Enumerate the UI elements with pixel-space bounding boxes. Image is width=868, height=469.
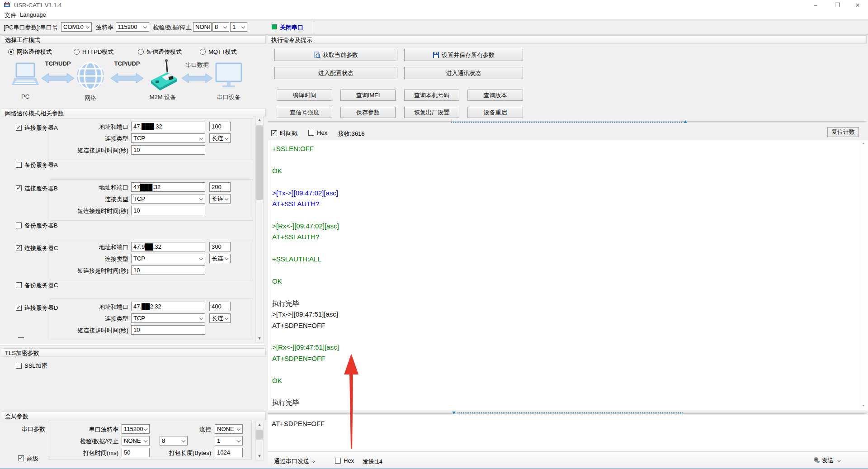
- server-port-input[interactable]: 200: [209, 182, 231, 192]
- keep-alive-select[interactable]: 长连: [209, 254, 231, 263]
- pack-len-input[interactable]: 1024: [215, 448, 243, 457]
- conn-type-select[interactable]: TCP: [131, 313, 205, 323]
- splitter-collapse-icon[interactable]: [684, 120, 687, 123]
- advanced-checkbox[interactable]: 高级: [18, 455, 38, 463]
- scroll-down-icon[interactable]: ▼: [256, 335, 263, 342]
- node-label-m2m: M2M 设备: [146, 93, 180, 101]
- menu-language[interactable]: Language: [20, 11, 46, 18]
- global-scrollbar[interactable]: ▲ ▼: [255, 421, 264, 460]
- parity-select[interactable]: NONI: [193, 22, 212, 32]
- checkbox-icon[interactable]: [16, 245, 22, 251]
- checkbox-icon[interactable]: [16, 162, 22, 168]
- scroll-down-icon[interactable]: ▼: [256, 452, 263, 460]
- keep-alive-select[interactable]: 长连: [209, 133, 231, 143]
- flow-label: 流控: [179, 426, 211, 434]
- menu-file[interactable]: 文件: [5, 11, 16, 19]
- backup-server-checkbox[interactable]: 备份服务器B: [16, 222, 58, 230]
- scroll-down-icon[interactable]: ⌄: [860, 401, 867, 409]
- scroll-up-icon[interactable]: ⌃: [860, 141, 867, 149]
- cmd-button-1[interactable]: 获取当前参数: [274, 49, 397, 61]
- reset-count-button[interactable]: 复位计数: [827, 127, 859, 137]
- scroll-thumb[interactable]: [256, 430, 263, 440]
- conn-type-select[interactable]: TCP: [131, 133, 205, 143]
- checkbox-icon[interactable]: [271, 130, 277, 136]
- checkbox-icon[interactable]: [308, 130, 314, 136]
- timeout-input[interactable]: 10: [131, 206, 205, 215]
- minimize-button[interactable]: –: [805, 0, 826, 10]
- mode-radio-4[interactable]: MQTT模式: [200, 48, 237, 56]
- scroll-thumb[interactable]: [256, 125, 263, 200]
- checkbox-icon[interactable]: [335, 458, 341, 464]
- checkbox-icon[interactable]: [16, 305, 22, 311]
- server-address-input[interactable]: 47.███.32: [131, 122, 205, 131]
- query-button-6[interactable]: 保存参数: [340, 107, 396, 118]
- conn-type-select[interactable]: TCP: [131, 254, 205, 263]
- log-scrollbar[interactable]: ⌃ ⌄: [860, 140, 868, 410]
- global-parity-select[interactable]: NONE: [122, 436, 150, 445]
- radio-icon[interactable]: [8, 49, 14, 55]
- server-address-input[interactable]: 47.9██.32: [131, 242, 205, 251]
- scroll-up-icon[interactable]: ▲: [256, 116, 263, 124]
- query-button-2[interactable]: 查询IMEI: [340, 90, 396, 101]
- stopbits-select[interactable]: 1: [230, 22, 247, 32]
- send-button[interactable]: 发送: [813, 456, 840, 464]
- baud-select[interactable]: 115200: [116, 22, 149, 32]
- checkbox-icon[interactable]: [16, 185, 22, 191]
- splitter-dots[interactable]: [451, 122, 682, 123]
- com-port-select[interactable]: COM10: [61, 22, 92, 32]
- scroll-up-icon[interactable]: ▲: [256, 421, 263, 429]
- server-address-input[interactable]: 47.██2.32: [131, 302, 205, 311]
- timeout-input[interactable]: 10: [131, 265, 205, 275]
- server-list-scrollbar[interactable]: ▲ ▼: [255, 116, 264, 343]
- cmd-button-4[interactable]: 进入通讯状态: [404, 67, 523, 79]
- keep-alive-select[interactable]: 长连: [209, 313, 231, 323]
- global-baud-select[interactable]: 115200: [122, 424, 150, 434]
- radio-icon[interactable]: [138, 49, 144, 55]
- query-button-8[interactable]: 设备重启: [467, 107, 523, 118]
- server-port-input[interactable]: 300: [209, 242, 231, 251]
- query-button-5[interactable]: 查信号强度: [277, 107, 332, 118]
- log-hex-checkbox[interactable]: Hex: [308, 129, 327, 136]
- server-port-input[interactable]: 400: [209, 302, 231, 311]
- query-button-1[interactable]: 编译时间: [277, 90, 332, 101]
- pack-time-input[interactable]: 50: [122, 448, 150, 457]
- query-button-4[interactable]: 查询版本: [467, 90, 523, 101]
- backup-server-checkbox[interactable]: 备份服务器C: [16, 281, 58, 289]
- cmd-button-3[interactable]: 进入配置状态: [274, 67, 397, 79]
- send-text[interactable]: AT+SDPEN=OFF: [272, 420, 325, 427]
- checkbox-icon[interactable]: [16, 223, 22, 228]
- checkbox-icon[interactable]: [16, 363, 22, 369]
- close-serial-button[interactable]: 关闭串口: [280, 24, 303, 32]
- flow-select[interactable]: NONE: [215, 424, 243, 434]
- query-button-3[interactable]: 查询本机号码: [404, 90, 459, 101]
- server-port-input[interactable]: 100: [209, 122, 231, 131]
- mode-radio-3[interactable]: 短信透传模式: [138, 48, 182, 56]
- radio-icon[interactable]: [74, 49, 80, 55]
- timeout-input[interactable]: 10: [131, 145, 205, 155]
- server-address-input[interactable]: 47███.32: [131, 182, 205, 192]
- timestamp-checkbox[interactable]: 时间戳: [271, 129, 297, 137]
- mode-radio-1[interactable]: 网络透传模式: [8, 48, 52, 56]
- global-stopbits-select[interactable]: 1: [215, 436, 243, 445]
- pack-len-label: 打包长度(Bytes): [164, 449, 211, 457]
- checkbox-icon[interactable]: [16, 282, 22, 288]
- checkbox-icon[interactable]: [16, 125, 22, 131]
- splitter-dots[interactable]: [458, 412, 683, 413]
- maximize-button[interactable]: ❐: [827, 0, 848, 10]
- via-serial-dropdown[interactable]: 通过串口发送: [274, 457, 314, 465]
- send-hex-checkbox[interactable]: Hex: [335, 457, 354, 464]
- backup-server-checkbox[interactable]: 备份服务器A: [16, 161, 58, 169]
- ssl-encrypt-checkbox[interactable]: SSL加密: [16, 362, 47, 370]
- splitter-collapse-icon[interactable]: [452, 412, 456, 414]
- close-button[interactable]: ✕: [847, 0, 868, 10]
- databits-select[interactable]: 8: [212, 22, 229, 32]
- query-button-7[interactable]: 恢复出厂设置: [404, 107, 459, 118]
- conn-type-select[interactable]: TCP: [131, 194, 205, 204]
- radio-icon[interactable]: [200, 49, 206, 55]
- keep-alive-select[interactable]: 长连: [209, 194, 231, 204]
- checkbox-icon[interactable]: [18, 455, 24, 461]
- cmd-button-2[interactable]: 设置并保存所有参数: [404, 49, 523, 61]
- global-databits-select[interactable]: 8: [160, 436, 188, 445]
- mode-radio-2[interactable]: HTTPD模式: [74, 48, 113, 56]
- timeout-input[interactable]: 10: [131, 325, 205, 335]
